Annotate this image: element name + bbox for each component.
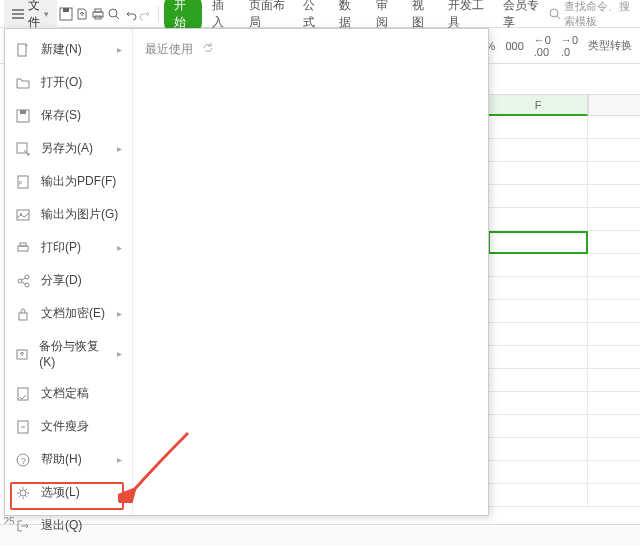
col-header-f[interactable]: F — [488, 94, 588, 116]
svg-rect-9 — [20, 110, 26, 114]
svg-text:P: P — [19, 180, 23, 186]
chevron-right-icon: ▸ — [117, 44, 122, 55]
refresh-icon[interactable] — [201, 41, 215, 55]
menu-help[interactable]: ?帮助(H)▸ — [5, 443, 132, 476]
search-placeholder: 查找命令、搜索模板 — [564, 0, 636, 29]
svg-point-19 — [25, 283, 29, 287]
print-icon — [15, 240, 31, 256]
export-icon[interactable] — [75, 5, 89, 23]
svg-point-5 — [109, 9, 117, 17]
backup-icon — [15, 346, 29, 362]
tab-vip[interactable]: 会员专享 — [495, 0, 548, 33]
svg-rect-3 — [95, 9, 101, 12]
active-cell[interactable] — [488, 231, 588, 254]
menu-saveas[interactable]: 另存为(A)▸ — [5, 132, 132, 165]
lock-icon — [15, 306, 31, 322]
print-icon[interactable] — [91, 5, 105, 23]
recent-label: 最近使用 — [145, 41, 193, 58]
file-menu-panel: 新建(N)▸ 打开(O) 保存(S) 另存为(A)▸ P输出为PDF(F) 输出… — [4, 28, 489, 516]
svg-text:?: ? — [21, 456, 26, 466]
svg-rect-7 — [18, 44, 26, 56]
menu-pdf[interactable]: P输出为PDF(F) — [5, 165, 132, 198]
svg-rect-15 — [18, 246, 28, 251]
col-header-g[interactable] — [588, 94, 640, 116]
undo-icon[interactable] — [123, 5, 137, 23]
saveas-icon — [15, 141, 31, 157]
menu-print[interactable]: 打印(P)▸ — [5, 231, 132, 264]
chevron-right-icon: ▸ — [117, 454, 122, 465]
search-box[interactable]: 查找命令、搜索模板 — [549, 0, 636, 29]
type-convert-button[interactable]: 类型转换 — [588, 38, 632, 53]
dec-inc-button[interactable]: ←0.00 — [534, 34, 551, 58]
pdf-icon: P — [15, 174, 31, 190]
column-headers: F — [488, 94, 640, 116]
file-menu-list: 新建(N)▸ 打开(O) 保存(S) 另存为(A)▸ P输出为PDF(F) 输出… — [5, 29, 133, 515]
preview-icon[interactable] — [107, 5, 121, 23]
separator — [158, 6, 159, 22]
svg-point-6 — [550, 9, 558, 17]
menu-open[interactable]: 打开(O) — [5, 66, 132, 99]
number-buttons: ¥ % 000 ←0.00 →0.0 类型转换 — [469, 34, 632, 58]
gear-icon — [15, 485, 31, 501]
menu-save[interactable]: 保存(S) — [5, 99, 132, 132]
menu-image[interactable]: 输出为图片(G) — [5, 198, 132, 231]
menu-backup[interactable]: 备份与恢复(K)▸ — [5, 330, 132, 377]
menu-new[interactable]: 新建(N)▸ — [5, 33, 132, 66]
search-icon — [549, 8, 561, 20]
menu-options[interactable]: 选项(L) — [5, 476, 132, 509]
thousands-button[interactable]: 000 — [505, 40, 523, 52]
hamburger-icon — [12, 9, 24, 19]
chevron-right-icon: ▸ — [117, 348, 122, 359]
exit-icon — [15, 518, 31, 534]
slim-icon — [15, 419, 31, 435]
svg-rect-20 — [19, 313, 27, 320]
file-label: 文件 — [28, 0, 40, 31]
folder-icon — [15, 75, 31, 91]
menu-share[interactable]: 分享(D) — [5, 264, 132, 297]
recent-panel: 最近使用 — [133, 29, 488, 515]
menu-slim[interactable]: 文件瘦身 — [5, 410, 132, 443]
help-icon: ? — [15, 452, 31, 468]
save-icon — [15, 108, 31, 124]
grid[interactable] — [488, 116, 640, 524]
chevron-right-icon: ▸ — [117, 143, 122, 154]
dec-dec-button[interactable]: →0.0 — [561, 34, 578, 58]
new-icon — [15, 42, 31, 58]
redo-icon[interactable] — [139, 5, 153, 23]
svg-rect-1 — [63, 8, 69, 12]
chevron-right-icon: ▸ — [117, 242, 122, 253]
image-icon — [15, 207, 31, 223]
share-icon — [15, 273, 31, 289]
svg-point-26 — [20, 490, 26, 496]
chevron-right-icon: ▸ — [117, 308, 122, 319]
quick-toolbar: 文件 ▾ 开始 插入 页面布局 公式 数据 审阅 视图 开发工具 会员专享 查找… — [0, 0, 640, 28]
svg-point-17 — [18, 279, 22, 283]
finalize-icon — [15, 386, 31, 402]
svg-rect-16 — [20, 243, 26, 246]
menu-exit[interactable]: 退出(Q) — [5, 509, 132, 542]
svg-point-18 — [25, 275, 29, 279]
menu-encrypt[interactable]: 文档加密(E)▸ — [5, 297, 132, 330]
chevron-down-icon: ▾ — [44, 9, 49, 19]
menu-finalize[interactable]: 文档定稿 — [5, 377, 132, 410]
save-icon[interactable] — [59, 5, 73, 23]
